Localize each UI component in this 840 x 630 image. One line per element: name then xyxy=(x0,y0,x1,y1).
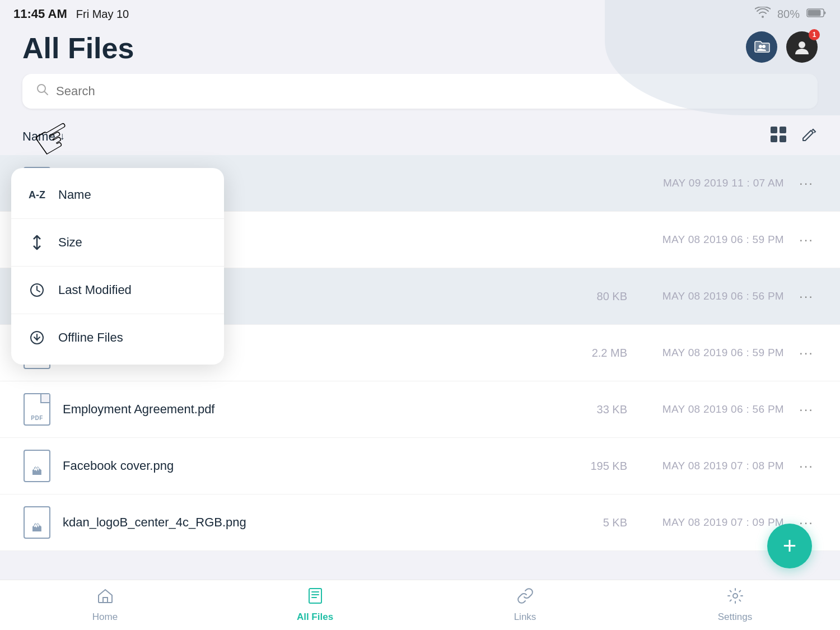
search-icon xyxy=(36,83,49,100)
nav-label-settings: Settings xyxy=(718,612,752,623)
dropdown-divider xyxy=(11,218,224,219)
dropdown-divider xyxy=(11,314,224,314)
svg-rect-8 xyxy=(771,136,777,142)
nav-label-links: Links xyxy=(514,612,536,623)
clock-icon xyxy=(27,280,47,300)
file-more-button[interactable]: ··· xyxy=(795,288,818,304)
file-more-button[interactable]: ··· xyxy=(795,232,818,248)
svg-point-2 xyxy=(759,45,762,48)
az-icon: A-Z xyxy=(27,185,47,205)
sort-arrow-icon: ↓ xyxy=(60,130,65,142)
sort-bar: Name ↓ xyxy=(0,118,840,155)
sort-size-label: Size xyxy=(58,235,82,250)
nav-item-settings[interactable]: Settings xyxy=(702,587,769,623)
nav-item-home[interactable]: Home xyxy=(72,587,139,623)
user-avatar-button[interactable]: 1 xyxy=(786,31,818,63)
sort-by-size[interactable]: Size xyxy=(11,221,224,264)
folder-people-button[interactable] xyxy=(746,31,777,63)
svg-point-14 xyxy=(733,594,738,598)
nav-label-home: Home xyxy=(92,612,118,623)
sort-actions xyxy=(769,125,818,147)
sort-label[interactable]: Name ↓ xyxy=(22,129,65,144)
status-date: Fri May 10 xyxy=(76,8,129,21)
sort-name-label: Name xyxy=(58,188,91,202)
grid-view-button[interactable] xyxy=(769,125,787,147)
file-more-button[interactable]: ··· xyxy=(795,345,818,361)
svg-point-4 xyxy=(799,41,805,48)
file-more-button[interactable]: ··· xyxy=(795,458,818,474)
links-icon xyxy=(517,587,534,608)
svg-rect-13 xyxy=(309,589,321,603)
sort-by-offline[interactable]: Offline Files xyxy=(11,316,224,359)
bottom-nav: Home All Files Links Settings xyxy=(0,580,840,630)
file-icon: PDF xyxy=(22,393,52,426)
sort-last-modified-label: Last Modified xyxy=(58,283,132,297)
edit-button[interactable] xyxy=(801,126,818,147)
dropdown-divider xyxy=(11,266,224,267)
nav-label-all-files: All Files xyxy=(297,612,333,623)
all-files-icon xyxy=(307,587,324,608)
home-icon xyxy=(97,587,114,608)
header-area: All Files 1 xyxy=(0,26,840,74)
nav-item-links[interactable]: Links xyxy=(492,587,559,623)
svg-rect-6 xyxy=(771,127,777,133)
sort-by-last-modified[interactable]: Last Modified xyxy=(11,269,224,311)
svg-rect-9 xyxy=(780,136,786,142)
svg-rect-7 xyxy=(780,127,786,133)
sort-dropdown: A-Z Name Size Last Modified xyxy=(11,168,224,365)
nav-item-all-files[interactable]: All Files xyxy=(282,587,349,623)
add-fab-button[interactable]: + xyxy=(767,524,812,568)
download-icon xyxy=(27,328,47,348)
status-time: 11:45 AM xyxy=(13,7,67,21)
sort-label-text: Name xyxy=(22,129,55,144)
file-more-button[interactable]: ··· xyxy=(795,402,818,417)
sort-by-name[interactable]: A-Z Name xyxy=(11,174,224,216)
svg-point-3 xyxy=(762,45,766,48)
page-title: All Files xyxy=(22,26,134,65)
table-row: PDF Employment Agreement.pdf 33 KB MAY 0… xyxy=(0,381,840,438)
file-icon: 🏔 xyxy=(22,449,52,483)
table-row: 🏔 kdan_logoB_center_4c_RGB.png 5 KB MAY … xyxy=(0,494,840,551)
file-more-button[interactable]: ··· xyxy=(795,175,818,191)
size-icon xyxy=(27,232,47,253)
table-row: 🏔 Facebook cover.png 195 KB MAY 08 2019 … xyxy=(0,438,840,494)
header-icons: 1 xyxy=(746,26,818,63)
file-icon: 🏔 xyxy=(22,506,52,539)
sort-offline-label: Offline Files xyxy=(58,330,123,345)
settings-icon xyxy=(727,587,744,608)
notification-badge: 1 xyxy=(809,29,820,40)
